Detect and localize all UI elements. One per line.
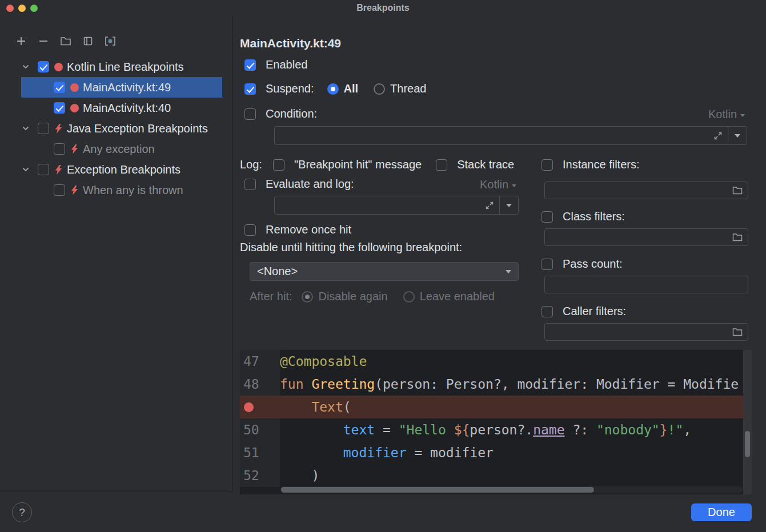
breakpoint-checkbox[interactable] [54, 184, 65, 196]
expand-editor-icon[interactable] [485, 201, 494, 210]
tree-label: Java Exception Breakpoints [67, 122, 208, 135]
tree-item-when-any-is-thrown[interactable]: When any is thrown [21, 180, 222, 200]
code-line: 48fun Greeting(person: Person?, modifier… [240, 373, 752, 396]
pass-count-input[interactable] [544, 276, 748, 293]
language-dropdown-icon [512, 184, 516, 187]
combo-arrow-icon [506, 270, 511, 273]
condition-language-selector[interactable]: Kotlin [708, 108, 745, 121]
tree-item-mainactivity-40[interactable]: MainActivity.kt:40 [21, 98, 222, 118]
remove-once-checkbox[interactable] [244, 224, 256, 236]
disable-until-combo[interactable]: <None> [250, 262, 519, 281]
class-filters-checkbox[interactable] [542, 211, 553, 223]
suspend-thread-radio[interactable] [374, 83, 385, 95]
exception-breakpoint-icon [54, 165, 63, 175]
grouping-icon [105, 36, 116, 46]
breakpoints-sidebar: Kotlin Line Breakpoints MainActivity.kt:… [0, 16, 233, 492]
group-checkbox[interactable] [38, 164, 49, 175]
code-preview-panel: 47@Composable48fun Greeting(person: Pers… [240, 350, 752, 494]
enabled-checkbox[interactable] [244, 59, 256, 71]
condition-editor[interactable] [275, 127, 728, 144]
folder-icon[interactable] [732, 186, 743, 195]
move-to-group-button[interactable] [80, 33, 96, 49]
tree-group-kotlin-line-breakpoints[interactable]: Kotlin Line Breakpoints [21, 57, 222, 77]
help-button[interactable]: ? [12, 502, 32, 522]
class-filters-label: Class filters: [563, 210, 625, 223]
gutter: 52 [240, 464, 280, 487]
suspend-all-label: All [344, 82, 359, 95]
suspend-checkbox[interactable] [244, 83, 256, 95]
suspend-label: Suspend: [266, 82, 314, 95]
instance-filters-checkbox[interactable] [542, 159, 553, 171]
evaluate-language-selector[interactable]: Kotlin [480, 178, 516, 191]
breakpoint-title: MainActivity.kt:49 [240, 37, 341, 50]
breakpoint-checkbox[interactable] [54, 82, 65, 93]
traffic-lights [6, 5, 38, 12]
tree-group-exception-breakpoints[interactable]: Exception Breakpoints [21, 159, 222, 180]
pass-count-checkbox[interactable] [542, 259, 553, 270]
tree-label: When any is thrown [83, 184, 183, 197]
title-bar: Breakpoints [0, 0, 766, 16]
code-line: Text( [240, 396, 752, 418]
after-hit-label: After hit: [250, 290, 292, 303]
horizontal-scrollbar[interactable] [280, 486, 743, 493]
minimize-button[interactable] [18, 5, 26, 12]
condition-input[interactable] [274, 126, 747, 145]
tree-item-any-exception[interactable]: Any exception [21, 139, 222, 159]
pass-count-label: Pass count: [563, 257, 623, 271]
leave-enabled-radio[interactable] [403, 291, 415, 303]
log-message-checkbox[interactable] [273, 159, 284, 171]
group-by-class-button[interactable] [102, 33, 118, 49]
remove-breakpoint-button[interactable] [35, 33, 51, 49]
tree-group-java-exception-breakpoints[interactable]: Java Exception Breakpoints [21, 118, 222, 139]
chevron-down-icon[interactable] [21, 62, 30, 71]
folder-icon[interactable] [732, 233, 743, 241]
condition-checkbox[interactable] [244, 108, 256, 120]
gutter [240, 396, 280, 418]
done-button[interactable]: Done [691, 503, 752, 521]
code-line: 51 modifier = modifier [240, 441, 752, 464]
group-checkbox[interactable] [38, 123, 49, 134]
evaluate-history-button[interactable] [499, 196, 518, 214]
code-text: @Composable [280, 350, 752, 373]
chevron-down-icon[interactable] [21, 124, 30, 133]
vertical-scrollbar-thumb[interactable] [745, 431, 750, 457]
evaluate-editor[interactable] [275, 196, 499, 214]
caller-filters-checkbox[interactable] [542, 306, 553, 317]
condition-history-button[interactable] [728, 127, 747, 144]
horizontal-scrollbar-thumb[interactable] [281, 487, 594, 493]
evaluate-input[interactable] [274, 196, 519, 215]
close-button[interactable] [6, 5, 14, 12]
add-breakpoint-button[interactable] [13, 33, 29, 49]
gutter: 51 [240, 441, 280, 464]
tree-item-mainactivity-49[interactable]: MainActivity.kt:49 [21, 77, 222, 98]
dropdown-arrow-icon [735, 134, 740, 138]
code-line: 47@Composable [240, 350, 752, 373]
disable-again-radio[interactable] [302, 291, 313, 303]
chevron-down-icon[interactable] [21, 165, 30, 174]
instance-filters-input[interactable] [544, 182, 748, 199]
class-filters-input[interactable] [544, 228, 748, 246]
tree-label: MainActivity.kt:40 [83, 102, 171, 115]
expand-editor-icon[interactable] [713, 131, 723, 140]
group-checkbox[interactable] [38, 61, 49, 72]
code-editor-lines: 47@Composable48fun Greeting(person: Pers… [240, 350, 752, 487]
breakpoint-dot-icon[interactable] [244, 402, 254, 412]
caller-filters-input[interactable] [544, 323, 748, 341]
remove-once-label: Remove once hit [266, 223, 351, 236]
evaluate-checkbox[interactable] [244, 179, 256, 190]
tree-label: MainActivity.kt:49 [83, 81, 171, 94]
language-dropdown-icon [740, 114, 745, 117]
breakpoint-checkbox[interactable] [54, 102, 65, 114]
suspend-all-radio[interactable] [327, 83, 339, 95]
stack-trace-checkbox[interactable] [436, 159, 447, 171]
code-text: text = "Hello ${person?.name ?: "nobody"… [280, 418, 752, 441]
vertical-scrollbar[interactable] [743, 350, 752, 494]
code-text: ) [280, 464, 752, 487]
folder-icon[interactable] [732, 328, 743, 336]
code-text: Text( [280, 396, 752, 418]
group-breakpoints-button[interactable] [58, 33, 74, 49]
log-message-label: "Breakpoint hit" message [294, 158, 422, 171]
folder-icon [60, 36, 71, 46]
zoom-button[interactable] [30, 5, 38, 12]
breakpoint-checkbox[interactable] [54, 143, 65, 155]
